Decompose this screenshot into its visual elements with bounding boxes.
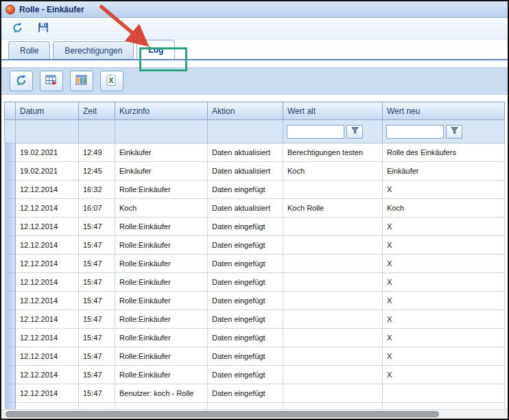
cell-kurzinfo: Rolle:Einkäufer <box>115 292 208 310</box>
log-table-row[interactable]: 12.12.201415:47Rolle:EinkäuferDaten eing… <box>5 403 505 410</box>
filter-cell-kurzinfo <box>115 120 208 143</box>
cell-wert-alt <box>283 310 383 329</box>
cell-wert-alt <box>283 384 383 403</box>
row-indicator[interactable] <box>5 180 16 199</box>
cell-kurzinfo: Rolle:Einkäufer <box>115 403 208 410</box>
grid-refresh-button[interactable] <box>10 71 33 91</box>
row-indicator[interactable] <box>5 292 16 310</box>
log-table-row[interactable]: 12.12.201415:47Rolle:EinkäuferDaten eing… <box>5 292 505 310</box>
filter-cell-wert-alt <box>283 120 383 143</box>
log-table-row[interactable]: 12.12.201415:47Rolle:EinkäuferDaten eing… <box>5 236 505 255</box>
scrollbar-thumb[interactable] <box>5 411 439 417</box>
cell-zeit: 15:47 <box>79 236 115 255</box>
row-indicator[interactable] <box>5 143 16 162</box>
export-table-button[interactable] <box>40 71 63 91</box>
cell-zeit: 15:47 <box>79 347 115 366</box>
cell-zeit: 15:47 <box>79 292 115 310</box>
header-row: Datum Zeit Kurzinfo Aktion Wert alt Wert… <box>5 102 505 120</box>
column-header-zeit[interactable]: Zeit <box>79 102 115 120</box>
cell-wert-neu: Einkäufer <box>383 162 505 180</box>
column-header-wert-alt[interactable]: Wert alt <box>283 102 383 120</box>
row-indicator[interactable] <box>5 347 16 366</box>
log-table-row[interactable]: 12.12.201416:32Rolle:EinkäuferDaten eing… <box>5 180 505 199</box>
row-indicator[interactable] <box>5 218 16 236</box>
log-table-row[interactable]: 12.12.201415:47Rolle:EinkäuferDaten eing… <box>5 366 505 384</box>
filter-cell-datum <box>16 120 79 143</box>
cell-kurzinfo: Rolle:Einkäufer <box>115 273 208 292</box>
log-table-row[interactable]: 12.12.201415:47Rolle:EinkäuferDaten eing… <box>5 347 505 366</box>
log-table-row[interactable]: 12.12.201415:47Rolle:EinkäuferDaten eing… <box>5 255 505 273</box>
cell-wert-neu: X <box>383 347 505 366</box>
row-indicator[interactable] <box>5 329 16 347</box>
cell-datum: 12.12.2014 <box>16 329 79 347</box>
cell-aktion: Daten eingefügt <box>208 255 283 273</box>
column-header-wert-neu[interactable]: Wert neu <box>383 102 505 120</box>
column-header-kurzinfo[interactable]: Kurzinfo <box>115 102 208 120</box>
row-indicator[interactable] <box>5 236 16 255</box>
row-indicator[interactable] <box>5 162 16 180</box>
tab-log[interactable]: Log <box>137 40 175 59</box>
table-columns-icon <box>75 75 88 88</box>
row-indicator[interactable] <box>5 273 16 292</box>
cell-zeit: 12:49 <box>79 143 115 162</box>
row-indicator[interactable] <box>5 255 16 273</box>
log-grid: Datum Zeit Kurzinfo Aktion Wert alt Wert… <box>1 102 508 409</box>
cell-zeit: 15:47 <box>79 384 115 403</box>
cell-datum: 12.12.2014 <box>16 236 79 255</box>
cell-aktion: Daten eingefügt <box>208 180 283 199</box>
log-table-row[interactable]: 12.12.201415:47Rolle:EinkäuferDaten eing… <box>5 273 505 292</box>
cell-kurzinfo: Einkäufer <box>115 162 208 180</box>
column-settings-button[interactable] <box>70 71 93 91</box>
cell-datum: 12.12.2014 <box>16 310 79 329</box>
cell-wert-neu: X <box>383 218 505 236</box>
cell-wert-neu: X <box>383 236 505 255</box>
row-indicator[interactable] <box>5 199 16 218</box>
cell-aktion: Daten eingefügt <box>208 236 283 255</box>
wert-alt-filter-input[interactable] <box>287 125 344 139</box>
cell-wert-alt <box>283 218 383 236</box>
log-table-row[interactable]: 19.02.202112:49EinkäuferDaten aktualisie… <box>5 143 505 162</box>
cell-wert-neu: X <box>383 255 505 273</box>
wert-neu-filter-input[interactable] <box>386 125 444 139</box>
tab-log-label: Log <box>148 45 163 55</box>
cell-wert-alt <box>283 273 383 292</box>
row-indicator[interactable] <box>5 384 16 403</box>
cell-wert-alt: Berechtigungen testen <box>283 143 383 162</box>
cell-zeit: 15:47 <box>79 255 115 273</box>
cell-wert-neu: X <box>383 403 505 410</box>
log-table-row[interactable]: 12.12.201415:47Rolle:EinkäuferDaten eing… <box>5 218 505 236</box>
row-indicator[interactable] <box>5 403 16 410</box>
cell-wert-neu: Rolle des Einkäufers <box>383 143 505 162</box>
cell-wert-alt <box>283 180 383 199</box>
row-indicator[interactable] <box>5 310 16 329</box>
cell-wert-alt <box>283 403 383 410</box>
grid-toolbar: X <box>1 67 508 95</box>
wert-alt-filter-button[interactable] <box>346 125 363 139</box>
cell-datum: 12.12.2014 <box>16 366 79 384</box>
save-button[interactable] <box>34 21 52 37</box>
cell-kurzinfo: Einkäufer <box>115 143 208 162</box>
column-header-datum[interactable]: Datum <box>16 102 79 120</box>
cell-kurzinfo: Rolle:Einkäufer <box>115 180 208 199</box>
wert-neu-filter-button[interactable] <box>446 125 462 139</box>
refresh-icon <box>15 74 27 89</box>
log-table-row[interactable]: 12.12.201415:47Rolle:EinkäuferDaten eing… <box>5 329 505 347</box>
cell-zeit: 12:45 <box>79 162 115 180</box>
excel-export-button[interactable]: X <box>100 71 123 91</box>
cell-zeit: 15:47 <box>79 273 115 292</box>
main-toolbar <box>1 18 508 40</box>
log-table-row[interactable]: 12.12.201416:07KochDaten aktualisiertKoc… <box>5 199 505 218</box>
horizontal-scrollbar[interactable] <box>1 409 508 419</box>
column-header-aktion[interactable]: Aktion <box>208 102 283 120</box>
cell-datum: 12.12.2014 <box>16 199 79 218</box>
log-table-body: 19.02.202112:49EinkäuferDaten aktualisie… <box>5 143 505 410</box>
tab-berechtigungen[interactable]: Berechtigungen <box>53 41 134 59</box>
row-indicator[interactable] <box>5 366 16 384</box>
cell-kurzinfo: Rolle:Einkäufer <box>115 366 208 384</box>
log-table-row[interactable]: 12.12.201415:47Benutzer: koch - RolleDat… <box>5 384 505 403</box>
cell-kurzinfo: Rolle:Einkäufer <box>115 310 208 329</box>
log-table-row[interactable]: 12.12.201415:47Rolle:EinkäuferDaten eing… <box>5 310 505 329</box>
log-table-row[interactable]: 19.02.202112:45EinkäuferDaten aktualisie… <box>5 162 505 180</box>
refresh-button[interactable] <box>8 21 26 37</box>
tab-rolle[interactable]: Rolle <box>8 41 50 59</box>
